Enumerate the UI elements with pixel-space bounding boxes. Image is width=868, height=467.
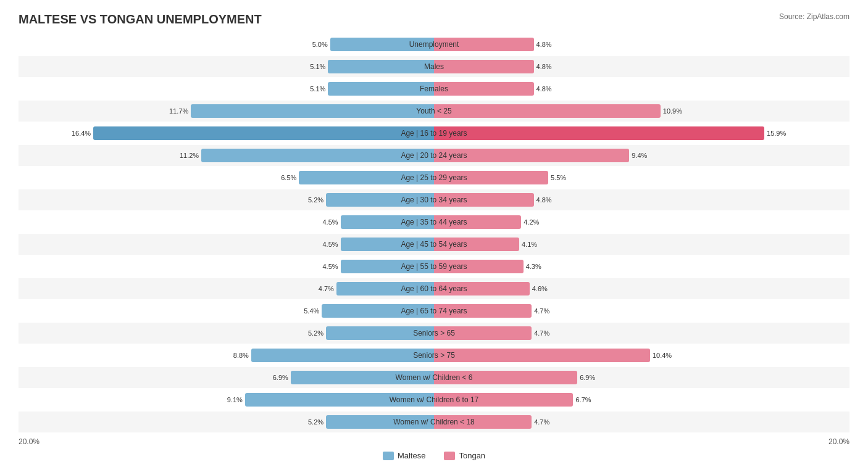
right-value: 10.9% xyxy=(663,107,682,115)
right-bar: 4.7% xyxy=(434,415,532,429)
left-bar: 4.5% xyxy=(341,260,434,273)
right-value: 10.4% xyxy=(653,352,672,359)
bar-row: 4.5%4.1%Age | 45 to 54 years xyxy=(19,234,849,255)
left-bar: 5.1% xyxy=(328,82,434,96)
right-section: 5.5% xyxy=(434,167,849,188)
bar-row: 5.1%4.8%Males xyxy=(19,56,849,77)
left-value: 8.8% xyxy=(233,352,249,359)
right-section: 9.4% xyxy=(434,145,849,166)
right-section: 4.7% xyxy=(434,323,849,344)
legend-maltese-color xyxy=(383,452,394,460)
right-section: 6.9% xyxy=(434,367,849,388)
left-section: 11.2% xyxy=(19,145,434,166)
legend-tongan-label: Tongan xyxy=(459,451,485,460)
bar-row: 5.4%4.7%Age | 65 to 74 years xyxy=(19,300,849,321)
right-section: 4.8% xyxy=(434,189,849,210)
left-section: 6.9% xyxy=(19,367,434,388)
bar-row: 4.7%4.6%Age | 60 to 64 years xyxy=(19,278,849,299)
right-value: 4.6% xyxy=(532,285,548,292)
left-value: 4.5% xyxy=(323,263,338,270)
right-bar: 4.1% xyxy=(434,238,519,251)
right-value: 4.7% xyxy=(534,418,549,426)
left-section: 8.8% xyxy=(19,345,434,366)
right-value: 4.7% xyxy=(534,329,549,337)
left-section: 5.1% xyxy=(19,56,434,77)
right-value: 6.9% xyxy=(580,374,595,381)
left-bar: 5.1% xyxy=(328,60,434,73)
legend-tongan: Tongan xyxy=(444,451,485,460)
right-bar: 9.4% xyxy=(434,149,629,162)
left-section: 4.5% xyxy=(19,212,434,233)
right-bar: 4.3% xyxy=(434,260,524,273)
axis-left: 20.0% xyxy=(19,437,40,446)
left-bar: 11.7% xyxy=(191,104,434,118)
axis-right: 20.0% xyxy=(828,437,849,446)
left-bar: 9.1% xyxy=(245,393,434,407)
right-section: 10.9% xyxy=(434,101,849,122)
right-bar: 4.8% xyxy=(434,38,534,51)
right-bar: 4.8% xyxy=(434,82,534,96)
left-section: 5.4% xyxy=(19,300,434,321)
bar-row: 8.8%10.4%Seniors > 75 xyxy=(19,345,849,366)
left-value: 5.1% xyxy=(310,85,325,93)
left-bar: 5.2% xyxy=(326,415,434,429)
left-value: 5.4% xyxy=(304,307,319,315)
axis-row: 20.0% 20.0% xyxy=(19,437,849,446)
bar-row: 5.2%4.7%Seniors > 65 xyxy=(19,323,849,344)
left-section: 16.4% xyxy=(19,123,434,144)
legend: Maltese Tongan xyxy=(19,451,849,460)
left-bar: 5.2% xyxy=(326,193,434,207)
chart-source: Source: ZipAtlas.com xyxy=(779,12,849,21)
right-bar: 10.9% xyxy=(434,104,661,118)
left-section: 9.1% xyxy=(19,389,434,410)
left-bar: 4.7% xyxy=(336,282,434,295)
right-bar: 4.6% xyxy=(434,282,530,295)
left-value: 4.5% xyxy=(323,241,338,248)
right-section: 4.8% xyxy=(434,34,849,55)
right-bar: 10.4% xyxy=(434,349,650,362)
right-value: 4.2% xyxy=(524,218,539,226)
right-bar: 6.9% xyxy=(434,371,577,384)
left-value: 6.9% xyxy=(273,374,288,381)
left-value: 5.2% xyxy=(308,329,323,337)
right-section: 4.2% xyxy=(434,212,849,233)
bar-row: 4.5%4.2%Age | 35 to 44 years xyxy=(19,212,849,233)
right-section: 4.8% xyxy=(434,56,849,77)
right-value: 4.8% xyxy=(536,41,552,48)
left-value: 5.2% xyxy=(308,418,323,426)
left-value: 11.7% xyxy=(169,107,188,115)
legend-maltese-label: Maltese xyxy=(398,451,426,460)
legend-maltese: Maltese xyxy=(383,451,426,460)
right-value: 4.1% xyxy=(522,241,537,248)
bar-row: 9.1%6.7%Women w/ Children 6 to 17 xyxy=(19,389,849,410)
right-section: 6.7% xyxy=(434,389,849,410)
right-bar: 4.7% xyxy=(434,304,532,318)
right-value: 15.9% xyxy=(767,130,786,137)
left-section: 4.5% xyxy=(19,234,434,255)
left-section: 5.2% xyxy=(19,323,434,344)
right-value: 9.4% xyxy=(632,152,647,159)
right-bar: 4.8% xyxy=(434,193,534,207)
left-section: 5.1% xyxy=(19,78,434,99)
right-bar: 5.5% xyxy=(434,171,548,184)
right-value: 6.7% xyxy=(575,396,591,403)
right-bar: 4.2% xyxy=(434,215,521,229)
legend-tongan-color xyxy=(444,452,455,460)
left-section: 6.5% xyxy=(19,167,434,188)
left-section: 4.5% xyxy=(19,256,434,277)
right-section: 4.7% xyxy=(434,300,849,321)
left-section: 11.7% xyxy=(19,101,434,122)
right-bar: 6.7% xyxy=(434,393,573,407)
right-section: 4.3% xyxy=(434,256,849,277)
bar-row: 5.2%4.8%Age | 30 to 34 years xyxy=(19,189,849,210)
right-value: 4.7% xyxy=(534,307,549,315)
left-bar: 5.2% xyxy=(326,326,434,340)
right-value: 5.5% xyxy=(551,174,566,181)
left-bar: 6.5% xyxy=(299,171,434,184)
left-value: 6.5% xyxy=(281,174,296,181)
left-bar: 4.5% xyxy=(341,215,434,229)
chart-header: MALTESE VS TONGAN UNEMPLOYMENT Source: Z… xyxy=(19,12,849,27)
left-bar: 6.9% xyxy=(291,371,434,384)
right-value: 4.8% xyxy=(536,63,552,70)
bar-row: 16.4%15.9%Age | 16 to 19 years xyxy=(19,123,849,144)
